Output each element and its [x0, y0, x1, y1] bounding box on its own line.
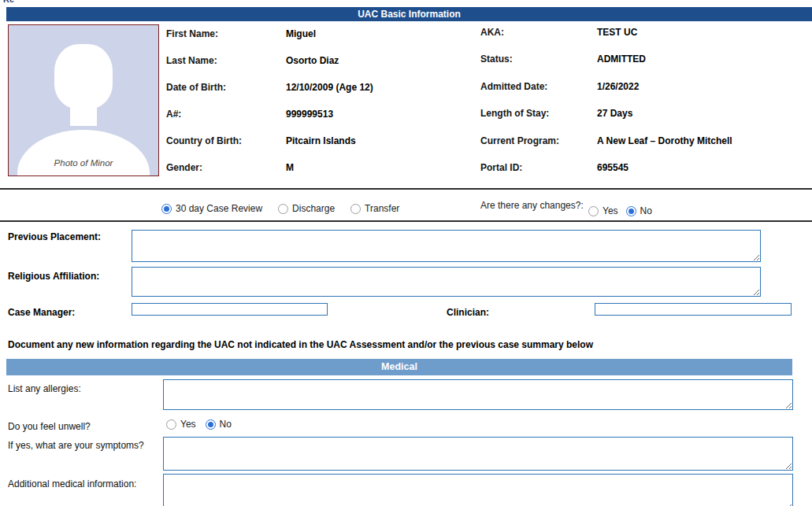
radio-label[interactable]: Yes — [180, 419, 196, 430]
field-a-number: A#: 999999513 — [166, 109, 477, 120]
field-label: Country of Birth: — [166, 135, 286, 146]
field-value: TEST UC — [597, 27, 637, 38]
radio-button[interactable] — [350, 204, 361, 214]
medical-section-header: Medical — [6, 359, 792, 375]
field-length-of-stay: Length of Stay: 27 Days — [480, 108, 807, 119]
person-silhouette-neck — [70, 102, 97, 126]
additional-medical-label: Additional medical information: — [8, 478, 136, 489]
radio-button[interactable] — [161, 204, 172, 214]
divider-top — [0, 188, 812, 190]
radio-label[interactable]: Discharge — [292, 203, 335, 214]
clinician-input[interactable] — [595, 303, 792, 316]
radio-label[interactable]: Yes — [603, 205, 618, 216]
person-silhouette-icon — [54, 44, 113, 109]
allergies-textarea[interactable] — [163, 379, 793, 410]
radio-button[interactable] — [278, 204, 288, 214]
field-status: Status: ADMITTED — [480, 54, 807, 65]
field-country-of-birth: Country of Birth: Pitcairn Islands — [166, 135, 477, 146]
field-value: A New Leaf – Dorothy Mitchell — [597, 135, 732, 146]
field-value: ADMITTED — [597, 54, 646, 65]
field-aka: AKA: TEST UC — [480, 27, 807, 38]
symptoms-textarea[interactable] — [163, 437, 793, 471]
radio-changes-no[interactable]: No — [626, 205, 652, 216]
field-label: Length of Stay: — [480, 108, 597, 119]
document-note: Document any new information regarding t… — [8, 339, 593, 350]
radio-label[interactable]: No — [640, 205, 652, 216]
field-value: 999999513 — [286, 109, 333, 120]
field-value: 12/10/2009 (Age 12) — [286, 82, 373, 93]
religious-affiliation-label: Religious Affiliation: — [8, 271, 99, 282]
field-last-name: Last Name: Osorto Diaz — [166, 55, 477, 66]
radio-button[interactable] — [166, 419, 176, 430]
field-current-program: Current Program: A New Leaf – Dorothy Mi… — [480, 135, 807, 146]
case-manager-label: Case Manager: — [8, 307, 75, 318]
radio-button[interactable] — [588, 206, 599, 216]
radio-transfer[interactable]: Transfer — [350, 203, 399, 214]
field-label: Last Name: — [166, 55, 286, 66]
field-date-of-birth: Date of Birth: 12/10/2009 (Age 12) — [166, 82, 477, 93]
divider-bottom — [0, 220, 812, 222]
unwell-radio-group: Yes No — [166, 419, 232, 430]
previous-placement-label: Previous Placement: — [8, 231, 101, 242]
field-label: Admitted Date: — [480, 81, 597, 92]
review-type-radio-group: 30 day Case Review Discharge Transfer — [161, 203, 399, 214]
field-value: M — [286, 162, 294, 173]
radio-changes-yes[interactable]: Yes — [588, 205, 618, 216]
photo-of-minor: Photo of Minor — [8, 24, 159, 176]
uac-basic-info-header: UAC Basic Information — [6, 7, 812, 21]
symptoms-label: If yes, what are your symptoms? — [8, 440, 144, 451]
radio-label[interactable]: Transfer — [365, 203, 399, 214]
religious-affiliation-textarea[interactable] — [132, 267, 761, 297]
field-label: Current Program: — [480, 135, 597, 146]
field-label: First Name: — [166, 28, 286, 39]
unwell-label: Do you feel unwell? — [8, 421, 91, 432]
field-first-name: First Name: Miguel — [166, 28, 477, 39]
field-label: Status: — [480, 54, 597, 65]
radio-unwell-yes[interactable]: Yes — [166, 419, 196, 430]
additional-medical-textarea[interactable] — [163, 474, 793, 506]
field-value: Pitcairn Islands — [286, 135, 356, 146]
field-portal-id: Portal ID: 695545 — [480, 162, 807, 173]
field-value: Miguel — [286, 28, 316, 39]
radio-unwell-no[interactable]: No — [206, 419, 232, 430]
radio-button[interactable] — [626, 206, 636, 216]
field-label: Gender: — [166, 162, 286, 173]
field-value: 27 Days — [597, 108, 632, 119]
radio-button[interactable] — [206, 419, 216, 430]
radio-label[interactable]: No — [220, 419, 232, 430]
radio-30-day-case-review[interactable]: 30 day Case Review — [161, 203, 262, 214]
basic-info-left-column: First Name: Miguel Last Name: Osorto Dia… — [166, 26, 477, 175]
field-value: 695545 — [597, 162, 628, 173]
field-admitted-date: Admitted Date: 1/26/2022 — [480, 81, 807, 92]
basic-info-right-column: AKA: TEST UC Status: ADMITTED Admitted D… — [480, 24, 807, 175]
field-value: Osorto Diaz — [286, 55, 339, 66]
field-value: 1/26/2022 — [597, 81, 639, 92]
clinician-label: Clinician: — [447, 307, 489, 318]
field-gender: Gender: M — [166, 162, 477, 173]
field-label: A#: — [166, 109, 286, 120]
field-label: Date of Birth: — [166, 82, 286, 93]
photo-caption: Photo of Minor — [9, 158, 158, 168]
case-manager-input[interactable] — [132, 303, 328, 316]
allergies-label: List any allergies: — [8, 383, 81, 394]
changes-radio-group: Yes No — [588, 205, 652, 216]
changes-question-label: Are there any changes?: — [480, 200, 584, 211]
field-label: Portal ID: — [480, 162, 597, 173]
previous-placement-textarea[interactable] — [132, 230, 761, 262]
radio-label[interactable]: 30 day Case Review — [176, 203, 262, 214]
clipped-top-text: Re — [3, 0, 14, 4]
person-silhouette-shoulders — [17, 130, 150, 176]
radio-discharge[interactable]: Discharge — [278, 203, 335, 214]
case-review-page: Re UAC Basic Information Photo of Minor … — [0, 0, 812, 506]
field-label: AKA: — [480, 27, 597, 38]
